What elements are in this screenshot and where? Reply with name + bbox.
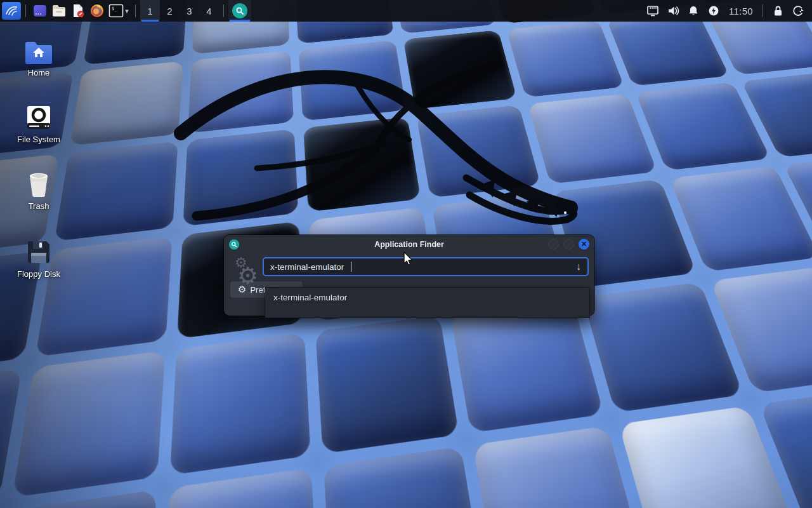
search-input[interactable]: x-terminal-emulator ↓ xyxy=(263,257,589,276)
workspace-button-3[interactable]: 3 xyxy=(180,0,199,22)
notifications-tray-button[interactable] xyxy=(683,0,704,22)
mouse-cursor xyxy=(402,251,412,267)
network-icon xyxy=(646,5,659,17)
floppy-disk-icon xyxy=(14,235,63,265)
volume-tray-button[interactable] xyxy=(663,0,683,22)
panel-clock[interactable]: 11:50 xyxy=(724,6,758,17)
logout-button[interactable] xyxy=(788,0,808,22)
panel-separator xyxy=(135,4,136,17)
desktop-icon-label: Floppy Disk xyxy=(14,269,63,279)
search-completion-dropdown: x-terminal-emulator xyxy=(265,287,590,318)
power-manager-icon xyxy=(708,5,719,17)
desktop-icon-trash[interactable]: Trash xyxy=(14,167,63,211)
launcher-file-manager[interactable] xyxy=(49,1,69,21)
svg-text:$_: $_ xyxy=(112,6,117,11)
desktop-icon-home[interactable]: Home xyxy=(14,34,63,77)
lock-icon xyxy=(773,5,783,17)
workspace-label: 3 xyxy=(187,6,192,17)
volume-icon xyxy=(667,5,679,17)
search-input-value: x-terminal-emulator xyxy=(270,262,344,272)
firefox-icon xyxy=(89,3,105,18)
workspace-button-1[interactable]: 1 xyxy=(140,0,160,22)
network-tray-button[interactable] xyxy=(643,0,663,22)
application-gears-icon: ⚙ ⚙ xyxy=(230,257,263,276)
workspace-label: 1 xyxy=(147,6,152,17)
text-editor-icon xyxy=(70,3,86,18)
maximize-button[interactable] xyxy=(563,239,574,250)
desktop-icon-filesystem[interactable]: File System xyxy=(14,100,63,144)
application-finder-icon xyxy=(232,3,247,18)
chevron-down-icon[interactable]: ▾ xyxy=(125,7,129,15)
launcher-text-editor[interactable] xyxy=(69,1,88,21)
top-panel: $_ ▾ 1 2 3 4 xyxy=(0,0,812,22)
home-folder-icon xyxy=(14,34,63,64)
applications-menu-button[interactable] xyxy=(2,2,21,20)
text-caret xyxy=(351,262,351,272)
panel-left-group: $_ ▾ 1 2 3 4 xyxy=(0,0,251,22)
logout-icon xyxy=(792,5,804,17)
desktop-icon-label: Trash xyxy=(14,201,63,211)
completion-item[interactable]: x-terminal-emulator xyxy=(265,288,589,302)
lock-screen-button[interactable] xyxy=(768,0,788,22)
desktop-icon-label: File System xyxy=(14,135,63,144)
trash-can-icon xyxy=(14,167,63,197)
panel-separator xyxy=(223,4,224,17)
desktop-icon-floppy[interactable]: Floppy Disk xyxy=(14,235,63,279)
launcher-terminal-app[interactable] xyxy=(30,1,49,21)
notifications-bell-icon xyxy=(688,5,699,17)
panel-separator xyxy=(25,4,26,17)
window-title: Application Finder xyxy=(224,240,594,249)
taskbar-application-finder[interactable] xyxy=(228,0,251,22)
desktop-icon-label: Home xyxy=(14,68,63,77)
launcher-terminal-emulator[interactable]: $_ ▾ xyxy=(107,1,131,21)
kali-dragon-icon xyxy=(4,4,18,18)
file-manager-icon xyxy=(51,3,67,18)
workspace-label: 2 xyxy=(167,6,172,17)
panel-right-group: 11:50 xyxy=(643,0,812,22)
launcher-firefox[interactable] xyxy=(88,1,107,21)
power-manager-tray-button[interactable] xyxy=(704,0,724,22)
minimize-button[interactable] xyxy=(548,239,559,250)
panel-separator xyxy=(763,4,763,17)
finder-titlebar[interactable]: Application Finder ✕ xyxy=(224,235,594,253)
window-buttons: ✕ xyxy=(548,239,589,250)
workspace-button-4[interactable]: 4 xyxy=(199,0,219,22)
hard-drive-icon xyxy=(14,100,63,131)
dropdown-arrow-icon[interactable]: ↓ xyxy=(576,261,581,272)
workspace-label: 4 xyxy=(206,6,211,17)
terminal-emulator-icon: $_ xyxy=(108,3,124,18)
workspace-button-2[interactable]: 2 xyxy=(160,0,180,22)
terminal-app-icon xyxy=(32,3,48,18)
close-button[interactable]: ✕ xyxy=(579,239,589,250)
